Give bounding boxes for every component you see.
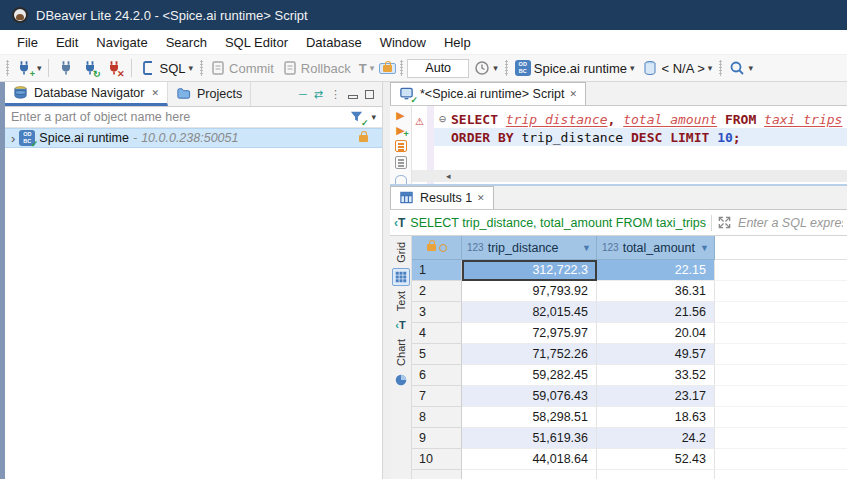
connection-tree-item[interactable]: › ODBC✓ Spice.ai runtime - 10.0.0.238:50… <box>5 128 382 148</box>
new-connection-dropdown[interactable]: ▾ <box>37 64 42 73</box>
grid-corner-cell[interactable] <box>412 236 462 260</box>
row-number[interactable]: 1 <box>412 260 462 281</box>
tab-projects[interactable]: Projects <box>168 82 251 106</box>
cell-total-amount[interactable]: 36.31 <box>597 281 715 302</box>
sort-icon[interactable]: ▼ <box>700 243 709 253</box>
filter-funnel-icon[interactable]: ✓ <box>349 109 365 125</box>
cell-trip-distance[interactable]: 97,793.92 <box>462 281 597 302</box>
row-number[interactable]: 9 <box>412 428 462 449</box>
fold-collapse-icon[interactable]: ⊖ <box>434 112 451 126</box>
cell-total-amount[interactable]: 21.56 <box>597 302 715 323</box>
tab-database-navigator[interactable]: Database Navigator ✕ <box>5 82 168 106</box>
close-tab-icon[interactable]: ✕ <box>477 193 485 203</box>
autocommit-toggle-button[interactable] <box>379 63 396 74</box>
cell-trip-distance[interactable]: 59,076.43 <box>462 386 597 407</box>
active-database-dropdown[interactable]: ▾ <box>708 64 713 73</box>
collapse-all-icon[interactable]: ─ <box>299 88 307 100</box>
cell-total-amount[interactable]: 18.63 <box>597 407 715 428</box>
row-number[interactable]: 7 <box>412 386 462 407</box>
execute-statement-button[interactable]: ▶ <box>396 110 404 121</box>
menu-item-navigate[interactable]: Navigate <box>87 32 156 53</box>
table-row: 951,619.3624.2 <box>412 428 847 449</box>
new-connection-button[interactable]: + <box>13 58 35 78</box>
transaction-mode-button[interactable]: T ▾ <box>356 59 377 78</box>
grid-view-button[interactable] <box>392 268 410 286</box>
execute-script-button[interactable] <box>395 140 407 152</box>
scroll-left-icon[interactable]: ◂ <box>446 171 451 181</box>
cell-total-amount[interactable]: 52.43 <box>597 449 715 470</box>
menu-item-database[interactable]: Database <box>297 32 371 53</box>
connect-button[interactable] <box>55 58 77 78</box>
active-connection-dropdown[interactable]: ▾ <box>630 64 635 73</box>
cell-total-amount[interactable]: 49.57 <box>597 344 715 365</box>
reconnect-button[interactable]: ↻ <box>79 58 101 78</box>
active-database-combo[interactable]: < N/A > ▾ <box>639 58 715 78</box>
cell-total-amount[interactable]: 22.15 <box>597 260 715 281</box>
row-number[interactable]: 5 <box>412 344 462 365</box>
link-with-editor-icon[interactable]: ⇄ <box>314 88 323 101</box>
minimize-view-icon[interactable] <box>348 95 358 99</box>
expand-filter-icon[interactable] <box>717 215 733 231</box>
panel-splitter[interactable] <box>383 82 390 479</box>
row-number[interactable]: 10 <box>412 449 462 470</box>
menu-item-sql-editor[interactable]: SQL Editor <box>216 32 297 53</box>
connection-name: Spice.ai runtime <box>39 131 129 145</box>
menu-item-window[interactable]: Window <box>371 32 435 53</box>
sql-editor-button[interactable]: SQL ▾ <box>138 58 197 78</box>
menu-item-search[interactable]: Search <box>157 32 216 53</box>
close-tab-icon[interactable]: ✕ <box>151 88 159 98</box>
explain-plan-button[interactable] <box>395 156 407 168</box>
editor-horizontal-scrollbar[interactable]: ◂ <box>412 170 847 182</box>
cell-total-amount[interactable]: 24.2 <box>597 428 715 449</box>
cell-total-amount[interactable]: 20.04 <box>597 323 715 344</box>
cell-trip-distance[interactable]: 51,619.36 <box>462 428 597 449</box>
view-label-grid: Grid <box>395 242 407 263</box>
expand-chevron-icon[interactable]: › <box>11 131 15 146</box>
cell-total-amount[interactable]: 33.52 <box>597 365 715 386</box>
cell-total-amount[interactable]: 23.17 <box>597 386 715 407</box>
filter-dropdown-icon[interactable]: ▾ <box>371 113 376 122</box>
commit-button[interactable]: Commit <box>207 58 277 78</box>
execute-new-tab-button[interactable]: ▶+ <box>396 125 404 136</box>
cell-trip-distance[interactable]: 59,282.45 <box>462 365 597 386</box>
cell-trip-distance[interactable]: 72,975.97 <box>462 323 597 344</box>
cell-trip-distance[interactable]: 82,015.45 <box>462 302 597 323</box>
view-menu-icon[interactable]: ⋮ <box>330 88 341 101</box>
menu-item-file[interactable]: File <box>8 32 47 53</box>
filter-expression-input[interactable]: Enter a SQL expression to <box>738 216 843 230</box>
cell-trip-distance[interactable]: 71,752.26 <box>462 344 597 365</box>
cell-trip-distance[interactable]: 58,298.51 <box>462 407 597 428</box>
rollback-button[interactable]: Rollback <box>279 58 354 78</box>
disconnect-button[interactable]: ✕ <box>103 58 125 78</box>
row-number[interactable]: 4 <box>412 323 462 344</box>
navigator-filter-input[interactable]: Enter a part of object name here <box>11 110 349 124</box>
cell-trip-distance[interactable]: 44,018.64 <box>462 449 597 470</box>
column-name: trip_distance <box>488 241 559 255</box>
toolbar-separator <box>131 59 132 77</box>
search-button[interactable]: ▾ <box>726 58 756 78</box>
text-view-button[interactable]: ‹T <box>392 316 410 334</box>
transaction-mode-dropdown[interactable]: ▾ <box>370 64 375 73</box>
close-tab-icon[interactable]: ✕ <box>570 89 578 99</box>
search-dropdown[interactable]: ▾ <box>748 64 753 73</box>
maximize-view-icon[interactable] <box>365 90 374 99</box>
row-number[interactable]: 8 <box>412 407 462 428</box>
sort-desc-icon[interactable]: ▼ <box>582 243 591 253</box>
row-number[interactable]: 6 <box>412 365 462 386</box>
transaction-log-button[interactable]: ▾ <box>471 58 501 78</box>
menu-item-help[interactable]: Help <box>435 32 480 53</box>
row-number[interactable]: 3 <box>412 302 462 323</box>
database-navigator-panel: Database Navigator ✕ Projects ─ ⇄ ⋮ Ente… <box>5 82 383 479</box>
column-header-trip-distance[interactable]: 123 trip_distance ▼ <box>462 236 597 260</box>
tab-sql-script[interactable]: ✓ *<Spice.ai runtime> Script ✕ <box>390 82 586 105</box>
active-connection-combo[interactable]: ODBC Spice.ai runtime ▾ <box>512 58 638 78</box>
menu-item-edit[interactable]: Edit <box>47 32 87 53</box>
sql-editor-dropdown[interactable]: ▾ <box>189 64 194 73</box>
row-number[interactable]: 2 <box>412 281 462 302</box>
commit-mode-combo[interactable]: Auto <box>407 59 469 78</box>
cell-trip-distance[interactable]: 312,722.3 <box>462 260 597 281</box>
tab-results-1[interactable]: Results 1 ✕ <box>390 186 494 209</box>
transaction-log-dropdown[interactable]: ▾ <box>493 64 498 73</box>
chart-view-button[interactable] <box>392 371 410 389</box>
column-header-total-amount[interactable]: 123 total_amount ▼ <box>597 236 715 260</box>
